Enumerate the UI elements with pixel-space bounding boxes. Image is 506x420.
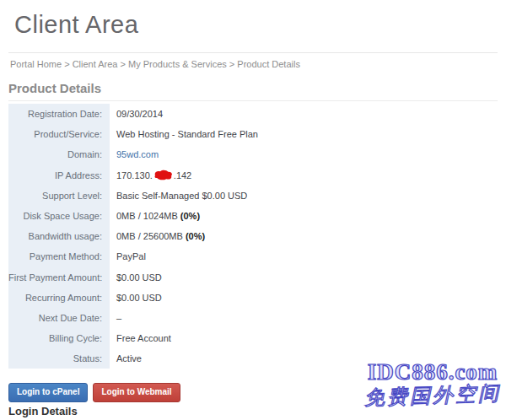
table-row-next-due-date: Next Due Date: – bbox=[8, 308, 498, 328]
table-row-domain: Domain: 95wd.com bbox=[8, 144, 498, 164]
table-row-bandwidth: Bandwidth usage: 0MB / 25600MB (0%) bbox=[8, 226, 498, 246]
row-value: 09/30/2014 bbox=[110, 104, 498, 124]
row-label: Domain: bbox=[8, 144, 110, 164]
watermark-chinese-text: 免费国外空间 bbox=[364, 380, 502, 411]
table-row-ip-address: IP Address: 170.130..142 bbox=[8, 165, 498, 186]
bandwidth-usage-percent: (0%) bbox=[186, 231, 205, 241]
bandwidth-usage-text: 0MB / 25600MB bbox=[116, 231, 186, 241]
row-value: Free Account bbox=[110, 328, 498, 348]
row-value: $0.00 USD bbox=[110, 288, 498, 308]
table-row-disk-space: Disk Space Usage: 0MB / 1024MB (0%) bbox=[8, 206, 498, 226]
disk-usage-text: 0MB / 1024MB bbox=[116, 211, 180, 221]
domain-link[interactable]: 95wd.com bbox=[116, 149, 159, 159]
row-value: 0MB / 25600MB (0%) bbox=[110, 226, 498, 246]
login-cpanel-button[interactable]: Login to cPanel bbox=[8, 383, 88, 402]
disk-usage-percent: (0%) bbox=[180, 211, 200, 221]
login-webmail-button[interactable]: Login to Webmail bbox=[93, 383, 180, 402]
product-details-table: Registration Date: 09/30/2014 Product/Se… bbox=[8, 104, 498, 369]
table-row-payment-method: Payment Method: PayPal bbox=[8, 246, 498, 267]
row-value: 95wd.com bbox=[110, 144, 498, 164]
table-row-recurring-amount: Recurring Amount: $0.00 USD bbox=[8, 288, 498, 308]
row-value: $0.00 USD bbox=[110, 267, 498, 288]
row-label: Bandwidth usage: bbox=[8, 226, 110, 246]
table-row-status: Status: Active bbox=[8, 348, 498, 369]
row-value: Web Hosting - Standard Free Plan bbox=[110, 124, 498, 144]
row-label: IP Address: bbox=[8, 165, 110, 186]
table-row-product-service: Product/Service: Web Hosting - Standard … bbox=[8, 124, 498, 144]
row-label: Next Due Date: bbox=[8, 308, 110, 328]
section-title-product-details: Product Details bbox=[8, 81, 498, 101]
row-value: Basic Self-Managed $0.00 USD bbox=[110, 186, 498, 206]
row-label: Recurring Amount: bbox=[8, 288, 110, 308]
redaction-scribble-icon bbox=[153, 169, 173, 180]
row-label: Support Level: bbox=[8, 186, 110, 206]
row-label: Disk Space Usage: bbox=[8, 206, 110, 226]
row-value: 170.130..142 bbox=[110, 165, 498, 186]
row-label: Registration Date: bbox=[8, 104, 110, 124]
row-value: – bbox=[110, 308, 498, 328]
table-row-registration-date: Registration Date: 09/30/2014 bbox=[8, 104, 498, 124]
table-row-first-payment: First Payment Amount: $0.00 USD bbox=[8, 267, 498, 288]
row-value: PayPal bbox=[110, 246, 498, 267]
breadcrumb[interactable]: Portal Home > Client Area > My Products … bbox=[10, 59, 300, 69]
ip-suffix: .142 bbox=[174, 170, 191, 180]
page-title: Client Area bbox=[14, 11, 138, 39]
header-divider bbox=[8, 52, 498, 53]
row-label: Status: bbox=[8, 348, 110, 369]
section-title-login-details: Login Details bbox=[8, 405, 78, 417]
row-label: Billing Cycle: bbox=[8, 328, 110, 348]
action-buttons: Login to cPanel Login to Webmail bbox=[8, 383, 180, 402]
row-label: Product/Service: bbox=[8, 124, 110, 144]
ip-prefix: 170.130. bbox=[116, 170, 153, 180]
row-label: Payment Method: bbox=[8, 246, 110, 267]
table-row-billing-cycle: Billing Cycle: Free Account bbox=[8, 328, 498, 348]
row-value: 0MB / 1024MB (0%) bbox=[110, 206, 498, 226]
client-area-page: Client Area Portal Home > Client Area > … bbox=[0, 0, 506, 420]
status-value: Active bbox=[110, 348, 498, 369]
row-label: First Payment Amount: bbox=[8, 267, 110, 288]
table-row-support-level: Support Level: Basic Self-Managed $0.00 … bbox=[8, 186, 498, 206]
